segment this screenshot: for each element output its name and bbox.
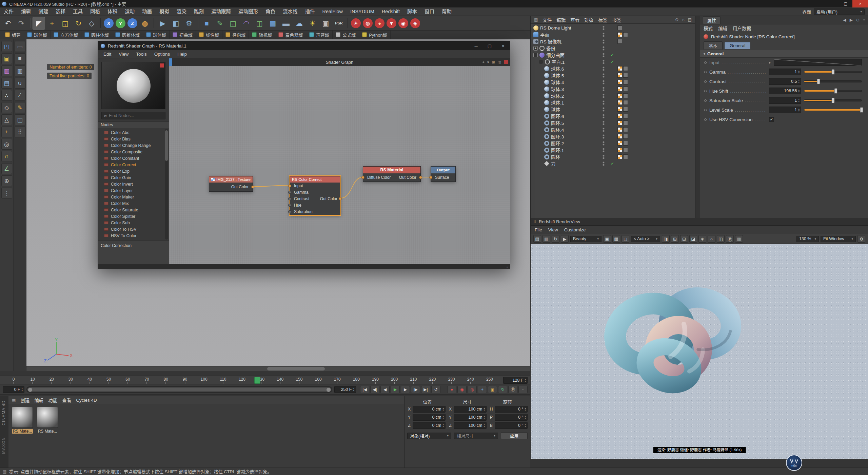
menu-item[interactable]: Tools xyxy=(136,52,147,57)
goto-start-button[interactable]: |◀ xyxy=(360,386,369,393)
object-name[interactable]: 圆环.1 xyxy=(551,147,564,153)
slider-handle[interactable] xyxy=(834,88,837,94)
menu-item[interactable]: 查看 xyxy=(62,397,71,403)
object-tags[interactable] xyxy=(617,87,628,91)
texture-mode-icon[interactable]: ▦ xyxy=(1,65,12,76)
record-scale-button[interactable]: ▣ xyxy=(488,386,497,393)
filter-list-icon[interactable]: ≡ xyxy=(15,53,25,64)
attribute-slider[interactable] xyxy=(804,99,862,101)
denoise-icon[interactable]: ∗ xyxy=(698,235,706,243)
menu-item[interactable]: 书签 xyxy=(612,16,621,23)
fit-select[interactable]: Fit Window ▾ xyxy=(821,236,856,242)
loop-button[interactable]: ↺ xyxy=(431,386,440,393)
attribute-value-field[interactable]: 196.56 ▴▾ xyxy=(769,88,801,94)
stepper-icon[interactable]: ▴▾ xyxy=(525,378,526,382)
object-row[interactable]: 球体.5 xyxy=(531,72,695,79)
circle-menu-icon[interactable]: ○ xyxy=(708,235,715,243)
object-name[interactable]: 圆环.2 xyxy=(551,140,564,147)
object-row[interactable]: 圆环.3 xyxy=(531,133,695,140)
coordinate-mode-select[interactable]: 对象(相对) ▾ xyxy=(407,433,451,439)
spline-pen-icon[interactable]: ✎ xyxy=(214,17,226,30)
menu-item[interactable]: 功能 xyxy=(48,397,57,403)
ab-compare-icon[interactable]: ◫ xyxy=(717,235,725,243)
coordinate-field[interactable]: 0 cm ▴▾ xyxy=(413,422,446,429)
object-tag-icon[interactable] xyxy=(623,93,628,98)
material-preview[interactable] xyxy=(12,407,33,428)
quantize-icon[interactable]: ∠ xyxy=(1,163,12,174)
object-tag-icon[interactable] xyxy=(623,141,628,146)
field-toolbar-item[interactable]: Python域 xyxy=(359,31,390,39)
stepper-icon[interactable]: ▴▾ xyxy=(442,415,444,419)
stepper-icon[interactable]: ▴▾ xyxy=(442,423,444,428)
attribute-value-field[interactable]: 1 ▴▾ xyxy=(769,107,801,113)
node-list-item[interactable]: Color Sub xyxy=(98,220,169,226)
stepper-icon[interactable]: ▴▾ xyxy=(21,387,23,392)
visibility-dots[interactable] xyxy=(603,39,605,44)
redo-icon[interactable]: ↷ xyxy=(15,17,27,30)
anim-dot-icon[interactable] xyxy=(704,61,707,64)
node-list-item[interactable]: Color Bias xyxy=(98,136,169,142)
start-ipr-icon[interactable]: ▶ xyxy=(561,235,569,243)
visibility-dots[interactable] xyxy=(603,80,605,84)
last-tool-icon[interactable]: ◇ xyxy=(85,17,98,30)
coordinate-field[interactable]: 0 cm ▴▾ xyxy=(413,414,446,421)
object-row[interactable]: 球体.3 xyxy=(531,86,695,92)
coordinate-field[interactable]: 100 cm ▴▾ xyxy=(454,422,487,429)
out-color-port[interactable] xyxy=(339,197,342,200)
attribute-slider[interactable] xyxy=(804,71,862,73)
object-row[interactable]: 平面 xyxy=(531,31,695,38)
menu-item[interactable]: 模拟 xyxy=(156,7,173,16)
object-name[interactable]: 圆环.3 xyxy=(551,133,564,140)
diffuse-color-port[interactable] xyxy=(361,176,364,179)
scrollbar-thumb[interactable] xyxy=(165,130,168,161)
object-tags[interactable] xyxy=(617,148,628,152)
light-icon[interactable]: ☀ xyxy=(306,17,319,30)
range-fill[interactable] xyxy=(27,387,331,392)
polygons-mode-icon[interactable]: △ xyxy=(1,114,12,125)
anim-dot-icon[interactable] xyxy=(704,118,707,121)
texture-tag-icon[interactable] xyxy=(617,73,622,78)
app-title-bar[interactable]: CINEMA 4D R20.059 Studio (RC - R20) - [教… xyxy=(0,0,868,7)
menu-item[interactable]: 动画 xyxy=(138,7,156,16)
next-frame-button[interactable]: ▶ xyxy=(401,386,410,393)
render-image[interactable]: 渲染: 野鹿志 微信: 野鹿志 作者: 马鹿野郎 (1.96s) xyxy=(531,244,868,459)
object-row[interactable]: 力 ✓ xyxy=(531,160,695,167)
anim-dot-icon[interactable] xyxy=(704,71,707,73)
visibility-dots[interactable] xyxy=(603,114,605,118)
object-name[interactable]: 球体.2 xyxy=(551,92,564,99)
current-frame-field[interactable]: 128 F ▴▾ xyxy=(503,377,528,384)
rs-sun-light-icon[interactable]: ● xyxy=(375,18,384,28)
object-row[interactable]: RS Dome Light xyxy=(531,24,695,31)
range-end-field[interactable]: 250 F ▴▾ xyxy=(334,386,356,393)
rs-proxy-icon[interactable]: ◈ xyxy=(410,18,420,28)
menu-item[interactable]: 工具 xyxy=(69,7,86,16)
object-row[interactable]: 球体 xyxy=(531,106,695,113)
enable-axis-icon[interactable]: + xyxy=(1,127,12,137)
object-row[interactable]: 球体.1 xyxy=(531,99,695,106)
snapshot-remove-icon[interactable]: ⊟ xyxy=(680,235,688,243)
menu-item[interactable]: 标签 xyxy=(598,16,607,23)
object-name[interactable]: 球体.1 xyxy=(551,99,564,106)
record-position-button[interactable]: + xyxy=(478,386,487,393)
visibility-dots[interactable] xyxy=(603,66,605,71)
stepper-icon[interactable]: ▴▾ xyxy=(798,98,800,102)
range-handle-left[interactable] xyxy=(28,388,32,392)
input-port[interactable] xyxy=(288,184,291,187)
snapshot-add-icon[interactable]: ⊞ xyxy=(671,235,679,243)
window-title-bar[interactable]: Redshift Shader Graph - RS Material.1 ─ … xyxy=(98,41,510,50)
input-port[interactable] xyxy=(288,191,291,194)
object-row[interactable]: − 空白.1 ✓ xyxy=(531,58,695,65)
pixel-probe-icon[interactable]: Ⓟ xyxy=(726,235,734,243)
menu-item[interactable]: View xyxy=(548,227,558,232)
keyframe-selection-button[interactable]: ◎ xyxy=(468,386,477,393)
restart-render-icon[interactable]: ↻ xyxy=(552,235,559,243)
array-icon[interactable]: ▦ xyxy=(267,17,279,30)
visibility-dots[interactable] xyxy=(603,155,605,159)
view-layout-icon[interactable]: ▭ xyxy=(15,41,25,52)
object-name[interactable]: 力 xyxy=(551,160,556,167)
input-port[interactable] xyxy=(288,210,291,213)
visibility-dots[interactable] xyxy=(603,53,605,57)
stepper-icon[interactable]: ▴▾ xyxy=(525,415,526,419)
surface-port[interactable] xyxy=(429,176,432,179)
goto-end-button[interactable]: ▶| xyxy=(421,386,430,393)
